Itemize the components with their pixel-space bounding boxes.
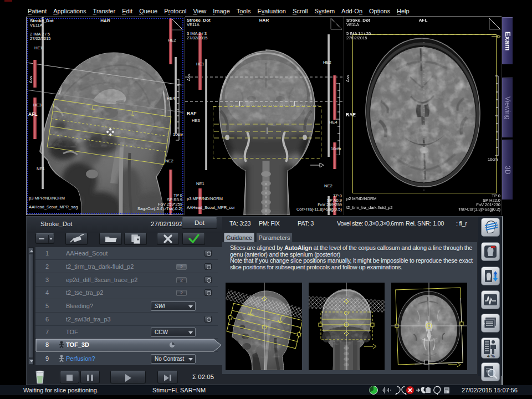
- svg-text:4 %: 4 %: [487, 354, 495, 358]
